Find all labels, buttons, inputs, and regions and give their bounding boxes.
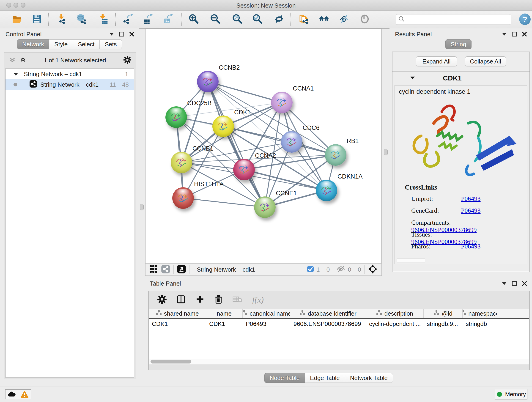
- panel-float-icon[interactable]: [119, 32, 124, 38]
- table-options-gear-icon[interactable]: [157, 295, 167, 305]
- node-table[interactable]: shared name name canonical name database…: [149, 309, 529, 364]
- show-panel-button[interactable]: [359, 13, 371, 26]
- expand-all-button[interactable]: Expand All: [416, 56, 457, 66]
- zoom-selected-button[interactable]: [252, 13, 264, 26]
- column-header--id[interactable]: @id: [424, 309, 462, 318]
- add-column-icon[interactable]: [196, 295, 205, 305]
- network-node-CDC6[interactable]: [281, 131, 302, 153]
- network-node-CDK1[interactable]: [212, 115, 234, 137]
- hidden-eye-icon[interactable]: [336, 265, 346, 274]
- help-button[interactable]: ?: [519, 13, 531, 25]
- string-import-button[interactable]: [298, 13, 310, 26]
- column-header-shared-name[interactable]: shared name: [149, 309, 206, 318]
- right-splitter-handle[interactable]: [384, 149, 388, 155]
- warnings-button[interactable]: [18, 389, 31, 399]
- tab-edge-table[interactable]: Edge Table: [305, 373, 345, 383]
- tab-string[interactable]: String: [445, 39, 472, 49]
- network-node-RB1[interactable]: [325, 144, 346, 166]
- table-cell[interactable]: cyclin-dependent ...: [366, 319, 424, 329]
- table-cell[interactable]: 9606.ENSP00000378699: [290, 319, 366, 329]
- cloud-tasks-button[interactable]: [5, 389, 18, 399]
- results-hscrollbar[interactable]: [397, 258, 425, 262]
- toolbar-divider: [115, 13, 116, 26]
- table-cell[interactable]: CDK1: [206, 319, 243, 329]
- tab-network-table[interactable]: Network Table: [345, 373, 393, 383]
- crosslink-link[interactable]: P06493: [461, 195, 481, 202]
- open-session-button[interactable]: [11, 13, 23, 26]
- table-cell[interactable]: stringdb: [462, 319, 497, 329]
- table-hscrollbar[interactable]: [149, 359, 529, 364]
- network-node-CDKN1A[interactable]: [316, 180, 337, 201]
- panel-menu-icon[interactable]: [502, 282, 507, 286]
- column-header-namespace[interactable]: namespace: [462, 309, 497, 318]
- delete-column-icon[interactable]: [214, 294, 223, 305]
- network-row[interactable]: String Network – cdk1 11 48: [6, 79, 134, 90]
- network-collection-row[interactable]: String Network – cdk1 1: [6, 69, 134, 79]
- panel-float-icon[interactable]: [512, 281, 517, 287]
- network-node-CDC25B[interactable]: [165, 106, 187, 128]
- import-network-database-button[interactable]: [76, 13, 88, 26]
- collapse-all-button[interactable]: Collapse All: [465, 56, 506, 66]
- panel-close-icon[interactable]: [522, 32, 527, 38]
- table-hscrollbar-thumb[interactable]: [151, 360, 191, 364]
- table-row[interactable]: CDK1CDK1P064939606.ENSP00000378699cyclin…: [149, 319, 529, 329]
- tab-node-table[interactable]: Node Table: [264, 373, 305, 383]
- zoom-fit-button[interactable]: [231, 13, 243, 26]
- panel-close-icon[interactable]: [129, 32, 134, 38]
- panel-menu-icon[interactable]: [109, 32, 114, 37]
- network-canvas[interactable]: CCNB2 CCNA1 CDC25B CDK1: [145, 28, 382, 263]
- entry-collapse-icon[interactable]: [410, 76, 415, 81]
- network-options-gear-icon[interactable]: [123, 56, 131, 65]
- table-cell[interactable]: stringdb:9...: [424, 319, 462, 329]
- save-session-button[interactable]: [31, 13, 43, 26]
- refresh-layout-button[interactable]: [273, 13, 285, 26]
- network-node-CCNA2[interactable]: [233, 159, 255, 180]
- crosslink-link[interactable]: P06493: [461, 207, 481, 214]
- tab-sets[interactable]: Sets: [100, 39, 122, 49]
- tab-select[interactable]: Select: [73, 39, 100, 49]
- export-image-button[interactable]: [162, 13, 174, 26]
- table-cell[interactable]: CDK1: [149, 319, 206, 329]
- zoom-out-button[interactable]: [209, 13, 221, 26]
- crosslink-link[interactable]: P06493: [461, 243, 481, 250]
- zoom-in-button[interactable]: [188, 13, 200, 26]
- tab-network[interactable]: Network: [17, 39, 49, 49]
- hide-panel-button[interactable]: [338, 13, 350, 26]
- panel-menu-icon[interactable]: [502, 32, 507, 37]
- string-home-icon: [319, 14, 329, 25]
- export-table-button[interactable]: [142, 13, 154, 26]
- grid-view-icon[interactable]: [149, 265, 158, 274]
- network-node-CCNB1[interactable]: [171, 152, 192, 173]
- import-network-file-button[interactable]: [56, 13, 68, 26]
- table-cell[interactable]: P06493: [243, 319, 290, 329]
- table-toolbar: f(x): [149, 291, 530, 309]
- string-home-button[interactable]: [318, 13, 330, 26]
- column-header-database-identifier[interactable]: database identifier: [290, 309, 366, 318]
- network-node-CCNE1[interactable]: [254, 196, 276, 218]
- node-gloss: [275, 93, 288, 100]
- network-node-HIST1H1A[interactable]: [172, 187, 194, 209]
- tab-style[interactable]: Style: [49, 39, 73, 49]
- panel-close-icon[interactable]: [522, 281, 527, 287]
- collapse-all-icon[interactable]: [9, 56, 16, 64]
- expand-all-icon[interactable]: [19, 56, 26, 64]
- network-node-CCNA1[interactable]: [271, 92, 293, 113]
- export-network-button[interactable]: [122, 13, 134, 26]
- node-gloss: [216, 117, 230, 124]
- selected-checkbox-icon[interactable]: [307, 265, 314, 274]
- panel-float-icon[interactable]: [512, 32, 517, 38]
- network-share-icon[interactable]: [161, 264, 170, 274]
- detach-view-icon[interactable]: [177, 264, 186, 274]
- collection-collapse-icon[interactable]: [13, 70, 18, 78]
- network-node-CCNB2[interactable]: [197, 71, 219, 92]
- column-header-name[interactable]: name: [206, 309, 243, 318]
- table-columns-icon[interactable]: [176, 294, 186, 305]
- column-header-description[interactable]: description: [366, 309, 424, 318]
- import-table-button[interactable]: [97, 13, 109, 26]
- network-node-count: 11: [110, 81, 116, 88]
- memory-button[interactable]: Memory: [495, 389, 527, 400]
- column-header-canonical-name[interactable]: canonical name: [243, 309, 290, 318]
- left-splitter-handle[interactable]: [140, 204, 144, 211]
- search-input[interactable]: [396, 14, 511, 25]
- birds-eye-view-icon[interactable]: [368, 264, 378, 275]
